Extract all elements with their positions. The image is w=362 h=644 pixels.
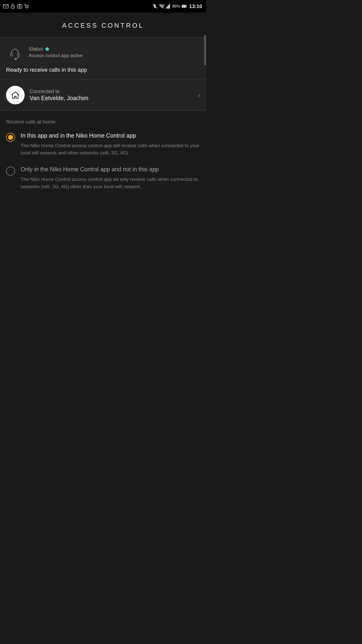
status-label-row: Status [29, 46, 83, 52]
status-info: Status Access control app active [29, 45, 83, 58]
svg-point-18 [15, 59, 16, 60]
svg-point-7 [161, 8, 162, 9]
radio-content-2: Only in the Niko Home Control app and no… [21, 166, 200, 190]
timer-icon [11, 4, 15, 9]
radio-title-1: In this app and in the Niko Home Control… [21, 132, 200, 140]
mute-icon [152, 4, 158, 9]
status-dot [46, 47, 49, 51]
battery-icon [182, 5, 187, 8]
radio-option-1[interactable]: In this app and in the Niko Home Control… [6, 132, 200, 156]
connected-info: Connected to Van Eetvelde, Joachim [30, 89, 195, 102]
status-row: Status Access control app active [6, 45, 200, 63]
receive-calls-section: Receive calls at home: [0, 111, 206, 125]
status-label: Status [29, 46, 43, 52]
status-description: Access control app active [29, 53, 83, 58]
connected-label: Connected to [30, 89, 195, 94]
ready-text-container: Ready to receive calls in this app [6, 67, 200, 73]
status-bar-right-icons: 86% 13:10 [152, 4, 202, 9]
home-icon-circle [6, 86, 25, 104]
mail-icon [3, 4, 9, 8]
radio-button-2[interactable] [6, 167, 15, 176]
connected-section: Connected to Van Eetvelde, Joachim › [0, 80, 206, 111]
radio-title-2: Only in the Niko Home Control app and no… [21, 166, 200, 173]
wifi-icon [159, 4, 165, 9]
radio-description-1: The Niko Home Control access control app… [21, 142, 200, 156]
receive-calls-label: Receive calls at home: [6, 119, 200, 125]
svg-point-4 [26, 8, 27, 8]
headset-icon [8, 47, 21, 60]
radio-option-2[interactable]: Only in the Niko Home Control app and no… [6, 166, 200, 190]
battery-percentage: 86% [172, 4, 180, 9]
cart-icon [24, 4, 29, 9]
svg-point-5 [27, 8, 28, 8]
photo-icon [17, 4, 22, 9]
svg-rect-11 [169, 4, 170, 9]
page-title-section: ACCESS CONTROL [0, 13, 206, 37]
scrollbar[interactable] [204, 35, 206, 65]
radio-description-2: The Niko Home Control access control app… [21, 176, 200, 190]
radio-inner-1 [8, 135, 13, 140]
svg-rect-8 [166, 7, 167, 9]
status-time: 13:10 [189, 4, 202, 9]
page-title: ACCESS CONTROL [5, 22, 201, 29]
headset-icon-container [6, 45, 24, 63]
svg-rect-13 [186, 6, 187, 7]
status-section: Status Access control app active Ready t… [0, 37, 206, 79]
svg-rect-10 [168, 5, 169, 9]
home-icon [11, 90, 20, 100]
svg-point-3 [19, 6, 21, 8]
connected-name: Van Eetvelde, Joachim [30, 95, 195, 102]
chevron-right-icon: › [198, 91, 200, 99]
svg-rect-0 [3, 5, 8, 8]
status-bar: 86% 13:10 [0, 0, 206, 13]
radio-content-1: In this app and in the Niko Home Control… [21, 132, 200, 156]
svg-rect-2 [17, 5, 22, 8]
connected-row[interactable]: Connected to Van Eetvelde, Joachim › [0, 80, 206, 110]
svg-rect-9 [167, 6, 168, 9]
status-bar-left-icons [3, 4, 29, 9]
ready-text: Ready to receive calls in this app [6, 67, 87, 73]
radio-button-1[interactable] [6, 133, 15, 142]
signal-icon [166, 4, 171, 9]
radio-options: In this app and in the Niko Home Control… [0, 132, 206, 190]
